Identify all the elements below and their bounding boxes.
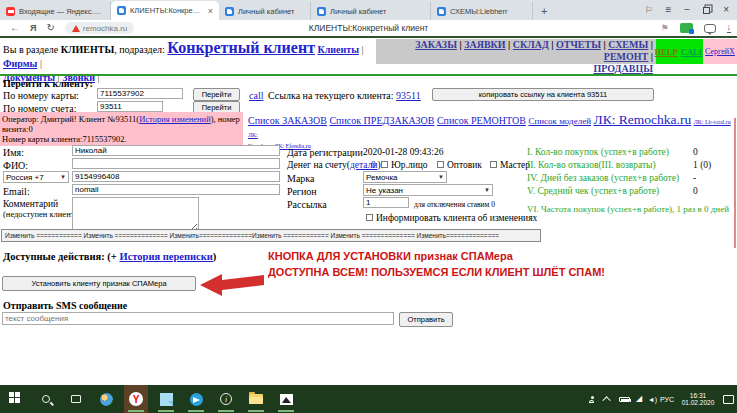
menu-warehouse[interactable]: СКЛАД [513, 39, 549, 50]
call-client-link[interactable]: call [249, 90, 263, 101]
card-number-label: По номеру карты: [3, 90, 79, 101]
current-user-link[interactable]: СергейX [705, 47, 735, 56]
running-indicator [278, 410, 294, 412]
language-indicator[interactable]: РУС [658, 385, 676, 413]
security-warning-icon[interactable] [72, 25, 80, 32]
operator-info-block: Оператор: Дмитрий! Клиент №93511(История… [0, 112, 243, 146]
change-buttons-strip[interactable]: Изменить ============ Изменить =========… [1, 229, 541, 242]
change-history-link[interactable]: История изменений [139, 114, 211, 124]
download-icon[interactable]: ↓ [727, 23, 732, 33]
url-box[interactable]: remochka.ru [65, 22, 134, 34]
wallet-icon[interactable] [680, 23, 693, 33]
help-link[interactable]: HELP [655, 47, 678, 57]
back-icon[interactable]: ← [10, 23, 20, 33]
chat-icon[interactable] [704, 24, 716, 33]
region-select[interactable]: Не указан ▼ [363, 184, 493, 196]
sms-text-input[interactable] [2, 312, 394, 325]
brand-select[interactable]: Ремочка ▼ [363, 171, 447, 183]
taskbar-app-sticky-notes[interactable] [154, 385, 178, 413]
visit-count-text: визита:0 [2, 124, 33, 134]
chevron-down-icon: ▼ [438, 174, 444, 180]
name-input[interactable] [72, 145, 280, 156]
bookmark-icon[interactable]: ⚑ [660, 23, 668, 33]
tab-yandex-mail[interactable]: Входящие — Яндекс.Почт [0, 2, 111, 20]
windows-taskbar: Y i ◢ ◄) РУС 16:31 01.02.2020 [0, 385, 737, 413]
tray-battery[interactable] [616, 385, 632, 413]
money-value-link[interactable]: 0 [371, 160, 376, 170]
tray-expand[interactable] [601, 385, 615, 413]
taskbar-app-yandex-browser[interactable]: Y [124, 385, 148, 413]
start-button[interactable] [4, 385, 28, 413]
orders-list-link[interactable]: Список ЗАКАЗОВ [248, 115, 327, 126]
search-button[interactable] [34, 385, 58, 413]
goto-title: Перейти к клиенту: [3, 78, 93, 89]
account-number-input[interactable] [97, 101, 163, 112]
fio-input[interactable] [72, 158, 280, 169]
folder-icon [249, 394, 263, 404]
menu-orders[interactable]: ЗАКАЗЫ [415, 39, 457, 50]
tab-schemes-liebherr[interactable]: СХЕМЫ:Liebherr [431, 2, 533, 20]
master-checkbox[interactable] [490, 161, 497, 168]
menu-schemes[interactable]: СХЕМЫ [608, 39, 648, 50]
separator: | [651, 51, 653, 62]
refresh-icon[interactable]: ↻ [46, 23, 54, 33]
current-section-link[interactable]: Конкретный клиент [167, 39, 315, 56]
operator-text: Оператор: Дмитрий! Клиент №93511( [2, 114, 139, 124]
taskbar-app-info[interactable]: i [214, 385, 238, 413]
browser-menu-icon[interactable]: ≡ [665, 5, 671, 15]
set-spammer-button[interactable]: Установить клиенту признак СПАМера [2, 276, 196, 291]
speaker-icon: ◄) [648, 396, 657, 403]
comment-label-line1: Комментарий [3, 199, 58, 209]
sms-send-button[interactable]: Отправить [399, 312, 453, 327]
go-by-card-button[interactable]: Перейти [193, 88, 240, 101]
lk-other-link[interactable]: ЛК: [248, 132, 258, 138]
email-input[interactable] [72, 184, 280, 195]
mailing-input[interactable] [363, 197, 409, 208]
wholesaler-checkbox[interactable] [437, 161, 444, 168]
tray-network[interactable]: ◢ [632, 385, 646, 413]
notification-center[interactable] [720, 385, 736, 413]
new-tab-button[interactable]: + [533, 2, 555, 20]
client-id-link[interactable]: 93511 [396, 90, 421, 101]
card-number-input[interactable] [97, 88, 183, 99]
tab-personal-cabinet-2[interactable]: Личный кабинет [311, 2, 431, 20]
battery-icon [619, 397, 630, 402]
country-select[interactable]: Россия +7 ▼ [3, 171, 69, 183]
menu-repair[interactable]: РЕМОНТ [604, 51, 648, 62]
legal-entity-checkbox[interactable] [381, 161, 388, 168]
copy-client-link-button[interactable]: копировать ссылку на клиента 93511 [432, 88, 654, 101]
collections-icon[interactable]: ⚐ [644, 5, 652, 15]
close-window-icon[interactable]: × [723, 5, 729, 15]
inform-client-checkbox[interactable] [366, 214, 373, 221]
preorders-list-link[interactable]: Список ПРЕДЗАКАЗОВ [329, 115, 434, 126]
sticky-notes-icon [160, 393, 173, 406]
nav-link-clients[interactable]: Клиенты [317, 44, 359, 55]
taskbar-app-photos[interactable] [274, 385, 298, 413]
clock[interactable]: 16:31 01.02.2020 [676, 385, 720, 413]
lk-remochka-link[interactable]: ЛК: Remochka.ru [594, 112, 692, 127]
tab-clients-active[interactable]: КЛИЕНТЫ:Конкретный × [111, 1, 219, 20]
call-link[interactable]: CALL [681, 47, 705, 57]
phone-input[interactable] [72, 171, 280, 182]
tab-personal-cabinet-1[interactable]: Личный кабинет [219, 2, 311, 20]
comment-textarea[interactable] [72, 197, 199, 233]
correspondence-history-link[interactable]: История переписки [119, 251, 212, 262]
menu-requests[interactable]: ЗАЯВКИ [464, 39, 505, 50]
repairs-list-link[interactable]: Список РЕМОНТОВ [437, 115, 526, 126]
task-view-button[interactable] [64, 385, 88, 413]
taskbar-app-telegram[interactable] [184, 385, 208, 413]
yandex-home-icon[interactable]: Я [30, 24, 36, 33]
menu-sellers[interactable]: ПРОДАВЦЫ [594, 63, 653, 74]
minimize-icon[interactable]: − [684, 5, 690, 15]
tray-people[interactable] [583, 385, 599, 413]
menu-reports[interactable]: ОТЧЕТЫ [556, 39, 601, 50]
nav-link-firms[interactable]: Фирмы [3, 58, 37, 69]
taskbar-app-browser2[interactable] [94, 385, 118, 413]
email-label: Email: [3, 186, 30, 197]
taskbar-app-explorer[interactable] [244, 385, 268, 413]
operator-text: ), номер [211, 114, 240, 124]
models-list-link[interactable]: Список моделей [528, 116, 591, 126]
lk-lbtotal-link[interactable]: ЛК: Lb-total.ru [694, 119, 731, 125]
restore-window-icon[interactable] [703, 7, 710, 14]
tab-close-icon[interactable]: × [208, 6, 213, 16]
